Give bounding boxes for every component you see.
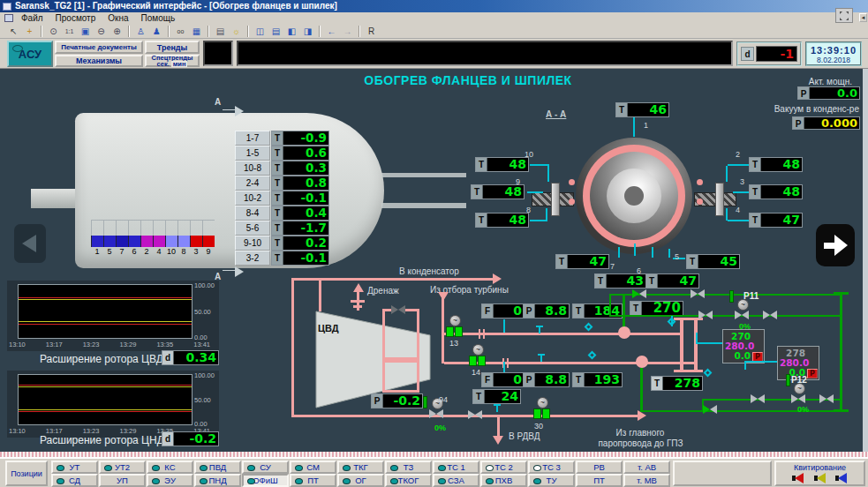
manual-valve[interactable] (763, 311, 778, 320)
spectrends-sec[interactable]: сек. (157, 61, 170, 67)
screen-button-ТЗ[interactable]: ТЗ (385, 461, 432, 474)
regulating-valve[interactable] (429, 409, 444, 419)
spectrends-button[interactable]: Спецтренды сек. мин (145, 55, 200, 67)
toolbar-zoom-window-icon[interactable]: ▣ (78, 25, 93, 38)
screen-button-ТКГ[interactable]: ТКГ (337, 461, 384, 474)
manual-valve[interactable] (698, 311, 713, 320)
manual-valve[interactable] (819, 394, 834, 404)
screen-button-ОГ[interactable]: ОГ (337, 474, 384, 487)
nav-previous-button[interactable] (14, 224, 46, 263)
manual-valve[interactable] (468, 410, 483, 420)
manual-valve[interactable] (391, 305, 406, 315)
pipe-segment (223, 270, 235, 271)
screen-button-СУ[interactable]: СУ (242, 461, 289, 474)
screen-button-ПТ[interactable]: ПТ (290, 474, 336, 487)
screen-button-УТ2[interactable]: УТ2 (99, 461, 146, 474)
toolbar-pan-hand-icon[interactable]: + (22, 25, 37, 38)
flange-pair-name: 3-2 (235, 251, 270, 266)
toolbar-cursor-icon[interactable]: ↖ (6, 25, 21, 38)
menu-item-3[interactable]: Окна (108, 12, 128, 24)
toolbar-zoom-in-icon[interactable]: ⊕ (109, 25, 125, 38)
manual-valve[interactable] (632, 289, 647, 299)
pipe-segment (726, 208, 728, 221)
toolbar-operator-icon[interactable]: ♙ (133, 25, 148, 38)
sensor-mark-icon (588, 351, 597, 360)
scale-grid-cell (202, 220, 215, 236)
menu-item-4[interactable]: Помощь (141, 12, 176, 24)
arrow-r-icon (235, 266, 244, 277)
toolbar-back-icon[interactable]: ← (324, 25, 339, 38)
manual-valve[interactable] (691, 289, 706, 299)
child-window-icon[interactable] (4, 14, 13, 22)
mimic-canvas: ОБОГРЕВ ФЛАНЦЕВ И ШПИЛЕК Акт. мощн. Ваку… (0, 69, 868, 457)
valve-left (391, 305, 398, 314)
toolbar-zoom-out-icon[interactable]: ⊖ (94, 25, 109, 38)
toolbar-layout-3-icon[interactable]: ◧ (284, 25, 299, 38)
screen-button-т. МВ[interactable]: т. МВ (623, 474, 670, 487)
screen-button-ТС 2[interactable]: ТС 2 (480, 461, 527, 474)
manual-valve[interactable] (751, 394, 766, 404)
screen-button-КС[interactable]: КС (147, 461, 193, 474)
toolbar-forward-icon[interactable]: → (340, 25, 355, 38)
toolbar-r-mode-icon[interactable]: R (364, 25, 379, 38)
screen-button-УТ[interactable]: УТ (51, 461, 98, 474)
screen-button-ТУ[interactable]: ТУ (528, 474, 575, 487)
toolbar-layout-2-icon[interactable]: ▤ (268, 25, 283, 38)
ack-yellow-speaker-icon[interactable] (814, 473, 826, 483)
menu-item-2[interactable]: Просмотр (56, 12, 96, 24)
toolbar-zoom-icon[interactable]: ⊙ (46, 25, 61, 38)
screen-button-ПНД[interactable]: ПНД (194, 474, 241, 487)
screen-button-ЭУ[interactable]: ЭУ (147, 474, 193, 487)
trends-button[interactable]: Тренды (145, 41, 200, 54)
screen-button-УП[interactable]: УП (99, 474, 146, 487)
valve-right (710, 405, 717, 414)
ack-red-speaker-icon[interactable] (792, 473, 804, 483)
positions-button[interactable]: Позиции (5, 461, 48, 486)
print-documents-button[interactable]: Печатные документы (55, 41, 143, 54)
pipe-segment (503, 362, 505, 372)
screen-button-СД[interactable]: СД (51, 474, 98, 487)
screen-button-ТКОГ[interactable]: ТКОГ (385, 474, 432, 487)
screen-button-т. АВ[interactable]: т. АВ (623, 461, 670, 474)
screen-button-РВ[interactable]: РВ (576, 461, 623, 474)
line1-temp-label: T (573, 304, 585, 318)
restore-window-button[interactable] (835, 8, 853, 23)
toolbar-image-icon[interactable]: ▦ (189, 25, 204, 38)
screen-button-ПТ[interactable]: ПТ (576, 474, 623, 487)
mechanisms-button[interactable]: Механизмы (55, 55, 143, 67)
asu-button[interactable]: АСУ (7, 41, 53, 67)
spectrends-min[interactable]: мин (171, 61, 188, 67)
toolbar-actual-size-icon[interactable]: 1:1 (62, 25, 77, 38)
toolbar-help-bulb-icon[interactable]: ☼ (229, 25, 244, 38)
motor-valve-open[interactable] (446, 326, 463, 337)
toolbar-print-icon[interactable]: ▤ (213, 25, 228, 38)
screen-button-ПВД[interactable]: ПВД (194, 461, 241, 474)
manual-valve[interactable] (703, 405, 718, 415)
regulating-valve[interactable] (791, 394, 806, 404)
screen-button-ОФиШ[interactable]: ОФиШ (242, 474, 289, 487)
menu-scroll-left-button[interactable]: ◄ (859, 13, 867, 22)
steam-temp-24-label: T (473, 390, 485, 403)
ack-blue-speaker-icon[interactable] (835, 473, 848, 483)
screen-button-СЗА[interactable]: СЗА (433, 474, 479, 487)
act-power-display: P0.0 (797, 86, 860, 100)
valve-disc (469, 356, 477, 366)
menu-item-1[interactable]: Файл (21, 12, 43, 24)
pipe-segment (609, 294, 611, 317)
toolbar-layout-4-icon[interactable]: ◨ (300, 25, 315, 38)
toolbar-layout-1-icon[interactable]: ◫ (253, 25, 268, 38)
pipe-segment (291, 278, 496, 281)
toolbar-operator-alt-icon[interactable]: ♟ (149, 25, 164, 38)
screen-button-СМ[interactable]: СМ (290, 461, 336, 474)
controller-p12-p-button[interactable]: P (807, 369, 818, 378)
toolbar-find-icon[interactable]: oo (173, 25, 188, 38)
nav-next-button[interactable] (816, 224, 855, 266)
motor-valve-open[interactable] (533, 408, 550, 419)
vacuum-label: Вакуум в конденс-ре (746, 104, 859, 114)
screen-button-ТС 3[interactable]: ТС 3 (528, 461, 575, 474)
motor-valve-open[interactable] (469, 356, 486, 366)
screen-button-ТС 1[interactable]: ТС 1 (433, 461, 479, 474)
screen-button-ПХВ[interactable]: ПХВ (480, 474, 527, 487)
scale-number: 2 (140, 247, 153, 256)
regulating-valve[interactable] (735, 311, 750, 320)
